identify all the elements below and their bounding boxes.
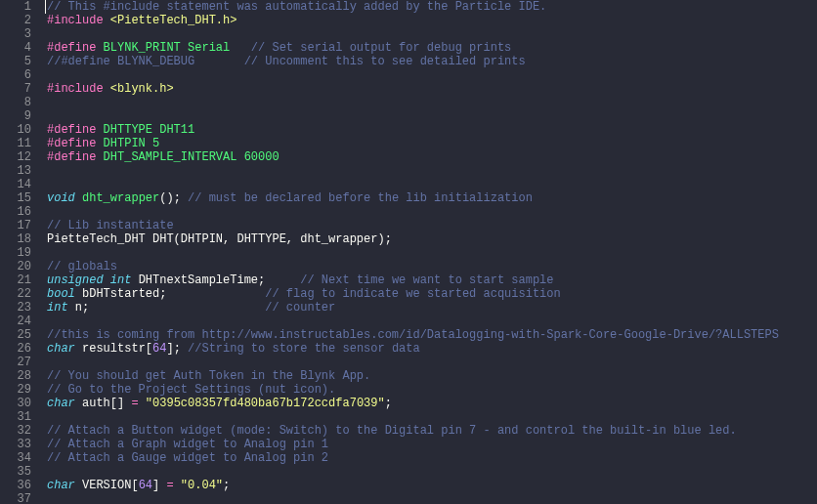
code-area[interactable]: // This #include statement was automatic… — [37, 0, 817, 504]
token-id: n; — [75, 301, 265, 315]
line-number: 29 — [0, 383, 31, 397]
line-number-gutter: 1234567891011121314151617181920212223242… — [0, 0, 37, 504]
code-line[interactable]: // globals — [47, 260, 817, 273]
token-ty: unsigned int — [47, 273, 139, 287]
line-number: 11 — [0, 137, 31, 150]
line-number: 18 — [0, 232, 31, 246]
token-id: auth[] — [82, 397, 131, 410]
code-line[interactable] — [47, 96, 817, 109]
code-line[interactable] — [47, 492, 817, 504]
code-line[interactable]: #include <PietteTech_DHT.h> — [47, 14, 817, 27]
token-cm: // counter — [265, 301, 335, 315]
token-id — [174, 479, 181, 492]
code-line[interactable]: #include <blynk.h> — [47, 82, 817, 96]
token-ty: bool — [47, 287, 82, 301]
code-line[interactable]: #define DHTPIN 5 — [47, 137, 817, 150]
token-id: bDHTstarted; — [82, 287, 265, 301]
line-number: 3 — [0, 27, 31, 41]
token-id — [139, 397, 146, 410]
token-cm: // Set serial output for debug prints — [251, 41, 511, 55]
token-ty: char — [47, 342, 82, 356]
token-str: "0395c08357fd480ba67b172ccdfa7039" — [146, 397, 385, 410]
code-line[interactable] — [47, 27, 817, 41]
token-cm: // Attach a Gauge widget to Analog pin 2 — [47, 451, 328, 465]
line-number: 24 — [0, 315, 31, 328]
line-number: 10 — [0, 123, 31, 137]
code-line[interactable]: // Attach a Gauge widget to Analog pin 2 — [47, 451, 817, 465]
token-str: <blynk.h> — [110, 82, 174, 96]
token-str: "0.04" — [181, 479, 223, 492]
token-id: DHTnextSampleTime; — [139, 273, 301, 287]
code-line[interactable]: // Go to the Project Settings (nut icon)… — [47, 383, 817, 397]
code-line[interactable]: char auth[] = "0395c08357fd480ba67b172cc… — [47, 397, 817, 410]
line-number: 19 — [0, 246, 31, 260]
code-line[interactable] — [47, 205, 817, 219]
code-line[interactable]: char resultstr[64]; //String to store th… — [47, 342, 817, 356]
code-line[interactable]: unsigned int DHTnextSampleTime; // Next … — [47, 273, 817, 287]
token-cm: //String to store the sensor data — [188, 342, 420, 356]
code-line[interactable]: bool bDHTstarted; // flag to indicate we… — [47, 287, 817, 301]
line-number: 22 — [0, 287, 31, 301]
code-line[interactable] — [47, 410, 817, 424]
code-line[interactable]: void dht_wrapper(); // must be declared … — [47, 191, 817, 205]
code-line[interactable]: char VERSION[64] = "0.04"; — [47, 479, 817, 492]
code-line[interactable] — [47, 356, 817, 369]
code-editor[interactable]: 1234567891011121314151617181920212223242… — [0, 0, 817, 504]
line-number: 2 — [0, 14, 31, 27]
token-cm: // flag to indicate we started acquisiti… — [265, 287, 560, 301]
token-id: ] — [152, 479, 166, 492]
line-number: 8 — [0, 96, 31, 109]
token-id: ]; — [166, 342, 188, 356]
code-line[interactable]: // Attach a Button widget (mode: Switch)… — [47, 424, 817, 438]
token-cm: // Next time we want to start sample — [300, 273, 553, 287]
token-cm: // Lib instantiate — [47, 219, 174, 232]
token-cm: // Attach a Button widget (mode: Switch)… — [47, 424, 737, 438]
line-number: 37 — [0, 492, 31, 504]
line-number: 34 — [0, 451, 31, 465]
line-number: 23 — [0, 301, 31, 315]
code-line[interactable]: PietteTech_DHT DHT(DHTPIN, DHTTYPE, dht_… — [47, 232, 817, 246]
code-line[interactable] — [47, 109, 817, 123]
line-number: 32 — [0, 424, 31, 438]
code-line[interactable] — [47, 465, 817, 479]
code-line[interactable] — [47, 178, 817, 191]
code-line[interactable] — [47, 246, 817, 260]
code-line[interactable]: #define DHT_SAMPLE_INTERVAL 60000 — [47, 150, 817, 164]
code-line[interactable]: //this is coming from http://www.instruc… — [47, 328, 817, 342]
code-line[interactable] — [47, 68, 817, 82]
token-cm: //#define BLYNK_DEBUG // Uncomment this … — [47, 55, 526, 68]
code-line[interactable] — [47, 164, 817, 178]
code-line[interactable]: int n; // counter — [47, 301, 817, 315]
token-ty: int — [47, 301, 75, 315]
token-pp: #include — [47, 82, 110, 96]
line-number: 9 — [0, 109, 31, 123]
code-line[interactable]: // You should get Auth Token in the Blyn… — [47, 369, 817, 383]
token-pp: #define — [47, 150, 104, 164]
code-line[interactable] — [47, 315, 817, 328]
code-line[interactable]: //#define BLYNK_DEBUG // Uncomment this … — [47, 55, 817, 68]
line-number: 7 — [0, 82, 31, 96]
token-pp: #define — [47, 41, 104, 55]
token-id: VERSION[ — [82, 479, 139, 492]
line-number: 5 — [0, 55, 31, 68]
line-number: 26 — [0, 342, 31, 356]
code-line[interactable]: #define BLYNK_PRINT Serial // Set serial… — [47, 41, 817, 55]
token-fn: BLYNK_PRINT Serial — [104, 41, 231, 55]
token-cm: // This #include statement was automatic… — [47, 0, 546, 14]
code-line[interactable]: // Attach a Graph widget to Analog pin 1 — [47, 438, 817, 451]
token-id: PietteTech_DHT DHT(DHTPIN, DHTTYPE, dht_… — [47, 232, 392, 246]
token-cm: // globals — [47, 260, 117, 273]
token-id — [230, 41, 251, 55]
line-number: 27 — [0, 356, 31, 369]
code-line[interactable]: // This #include statement was automatic… — [47, 0, 817, 14]
code-line[interactable]: #define DHTTYPE DHT11 — [47, 123, 817, 137]
token-id: resultstr[ — [82, 342, 152, 356]
token-pp: #include — [47, 14, 110, 27]
token-fn: dht_wrapper — [82, 191, 159, 205]
line-number: 31 — [0, 410, 31, 424]
line-number: 36 — [0, 479, 31, 492]
token-fn: DHTTYPE DHT11 — [104, 123, 195, 137]
code-line[interactable]: // Lib instantiate — [47, 219, 817, 232]
token-id: ; — [223, 479, 230, 492]
token-ty: char — [47, 479, 82, 492]
